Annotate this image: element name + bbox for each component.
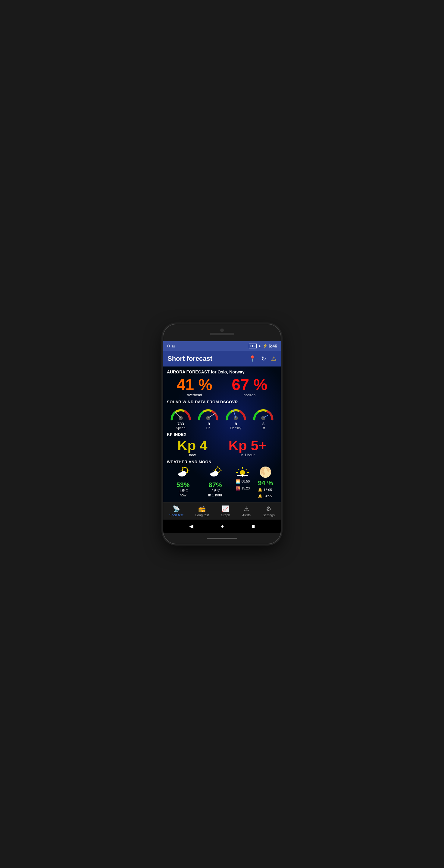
gauge-bt-label: Bt bbox=[262, 426, 265, 430]
gauge-density-label: Density bbox=[230, 426, 241, 430]
weather-section: WEATHER AND MOON bbox=[167, 460, 277, 499]
status-left: ⊙ ▤ bbox=[167, 344, 175, 348]
kp-hour-block: Kp 5+ in 1 hour bbox=[229, 438, 267, 457]
recents-button[interactable]: ■ bbox=[252, 523, 255, 530]
moonrise-icon: 🔔 bbox=[258, 487, 262, 493]
home-indicator bbox=[207, 538, 237, 539]
overhead-label: overhead bbox=[177, 393, 212, 397]
aurora-section: AURORA FORECAST for Oslo, Norway 41 % ov… bbox=[167, 370, 277, 397]
moon-pct: 94 % bbox=[258, 479, 273, 487]
kp-title: KP INDEX bbox=[167, 432, 277, 437]
circle-icon: ⊙ bbox=[167, 344, 170, 348]
weather-item-2: 87% -2.5°C in 1 hour bbox=[203, 466, 227, 497]
kp-now-value: Kp 4 bbox=[178, 438, 208, 453]
gauge-speed-value: 783 bbox=[178, 422, 184, 426]
weather-time-2: in 1 hour bbox=[203, 493, 227, 497]
nav-long-forecast[interactable]: 📻 Long fcst bbox=[193, 503, 212, 519]
weather-time-1: now bbox=[171, 493, 195, 497]
solar-wind-section: SOLAR WIND DATA FROM DSCOVR bbox=[167, 400, 277, 430]
moonset-time: 04:55 bbox=[263, 494, 272, 499]
aurora-percentages: 41 % overhead 67 % horizon bbox=[167, 377, 277, 397]
gauge-density-value: 8 bbox=[235, 422, 237, 426]
weather-item-1: 53% -1.5°C now bbox=[171, 466, 195, 497]
svg-point-16 bbox=[181, 471, 186, 475]
sunset-time: 15:23 bbox=[242, 486, 250, 491]
gauge-bt-value: 3 bbox=[262, 422, 264, 426]
warning-icon[interactable]: ⚠ bbox=[271, 355, 277, 362]
kp-now-label: now bbox=[178, 453, 208, 457]
svg-line-13 bbox=[182, 467, 183, 468]
weather-temp-2: -2.5°C bbox=[203, 489, 227, 493]
main-content: AURORA FORECAST for Oslo, Norway 41 % ov… bbox=[163, 367, 281, 502]
short-fcst-icon: 📡 bbox=[172, 505, 180, 513]
kp-row: Kp 4 now Kp 5+ in 1 hour bbox=[167, 438, 277, 457]
sun-block: 🌅 08:50 🌇 15:23 bbox=[235, 466, 250, 492]
alerts-icon: ⚠ bbox=[244, 505, 249, 513]
svg-point-17 bbox=[178, 472, 182, 475]
graph-label: Graph bbox=[221, 513, 230, 517]
home-button[interactable]: ● bbox=[221, 523, 224, 530]
kp-section: KP INDEX Kp 4 now Kp 5+ in 1 hour bbox=[167, 432, 277, 457]
settings-label: Settings bbox=[263, 513, 275, 517]
horizon-block: 67 % horizon bbox=[232, 377, 267, 397]
phone-bezel-bottom bbox=[163, 533, 281, 544]
signal-icon: ▲ bbox=[258, 344, 261, 348]
gauge-speed-label: Speed bbox=[176, 426, 186, 430]
status-right: LTE ▲ ⚡ 6:46 bbox=[249, 344, 277, 348]
nav-short-forecast[interactable]: 📡 Short fcst bbox=[167, 503, 186, 519]
moon-icon: 🌕 bbox=[258, 466, 273, 478]
moon-block: 🌕 94 % 🔔 15:05 🔔 04:55 bbox=[258, 466, 273, 499]
horizon-value: 67 % bbox=[232, 377, 267, 393]
gauge-bz-value: -9 bbox=[207, 422, 210, 426]
phone-frame: ⊙ ▤ LTE ▲ ⚡ 6:46 Short forecast 📍 ↻ ⚠ AU… bbox=[163, 324, 281, 544]
svg-line-29 bbox=[246, 469, 247, 470]
svg-point-24 bbox=[213, 471, 218, 475]
svg-line-1 bbox=[175, 412, 181, 418]
location-icon[interactable]: 📍 bbox=[249, 355, 256, 362]
svg-point-25 bbox=[210, 472, 214, 475]
status-bar: ⊙ ▤ LTE ▲ ⚡ 6:46 bbox=[163, 341, 281, 351]
weather-icon-1 bbox=[171, 466, 195, 480]
overhead-value: 41 % bbox=[177, 377, 212, 393]
battery-icon: ⚡ bbox=[263, 344, 267, 348]
header-icons: 📍 ↻ ⚠ bbox=[249, 355, 277, 362]
weather-pct-1: 53% bbox=[171, 481, 195, 489]
kp-hour-value: Kp 5+ bbox=[229, 438, 267, 453]
svg-line-14 bbox=[187, 472, 188, 473]
back-button[interactable]: ◀ bbox=[189, 523, 193, 530]
alerts-label: Alerts bbox=[242, 513, 251, 517]
speaker bbox=[210, 333, 234, 335]
long-fcst-icon: 📻 bbox=[198, 505, 206, 513]
overhead-block: 41 % overhead bbox=[177, 377, 212, 397]
lte-badge: LTE bbox=[249, 344, 257, 348]
nav-settings[interactable]: ⚙ Settings bbox=[260, 503, 277, 519]
weather-title: WEATHER AND MOON bbox=[167, 460, 277, 464]
weather-row: 53% -1.5°C now bbox=[167, 466, 277, 499]
sunrise-time: 08:50 bbox=[242, 479, 250, 484]
weather-temp-1: -1.5°C bbox=[171, 489, 195, 493]
gauge-bz-label: Bz bbox=[207, 426, 210, 430]
kp-hour-label: in 1 hour bbox=[229, 453, 267, 457]
gauge-bt: 3 Bt bbox=[251, 406, 275, 430]
aurora-title: AURORA FORECAST for Oslo, Norway bbox=[167, 370, 277, 374]
horizon-label: horizon bbox=[232, 393, 267, 397]
short-fcst-label: Short fcst bbox=[169, 513, 183, 517]
nav-alerts[interactable]: ⚠ Alerts bbox=[240, 503, 253, 519]
bottom-nav: 📡 Short fcst 📻 Long fcst 📈 Graph ⚠ Alert… bbox=[163, 502, 281, 520]
sunrise-icon-small: 🌅 bbox=[235, 478, 241, 485]
svg-line-3 bbox=[208, 413, 215, 418]
kp-now-block: Kp 4 now bbox=[178, 438, 208, 457]
moon-times: 🔔 15:05 🔔 04:55 bbox=[258, 487, 273, 499]
weather-icon-2 bbox=[203, 466, 227, 480]
gauge-density: 8 Density bbox=[224, 406, 248, 430]
refresh-icon[interactable]: ↻ bbox=[261, 355, 266, 362]
app-title: Short forecast bbox=[167, 355, 249, 363]
camera bbox=[220, 329, 224, 332]
weather-pct-2: 87% bbox=[203, 481, 227, 489]
nav-graph[interactable]: 📈 Graph bbox=[218, 503, 232, 519]
app-header: Short forecast 📍 ↻ ⚠ bbox=[163, 351, 281, 367]
sunset-icon-small: 🌇 bbox=[235, 486, 241, 492]
long-fcst-label: Long fcst bbox=[195, 513, 209, 517]
settings-icon: ⚙ bbox=[266, 505, 272, 513]
gauges-row: 783 Speed bbox=[167, 406, 277, 430]
